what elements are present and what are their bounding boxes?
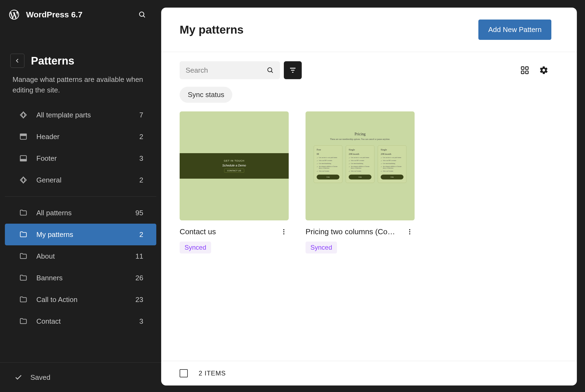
- nav-item-all-patterns[interactable]: All patterns 95: [5, 202, 156, 224]
- svg-rect-6: [521, 67, 524, 69]
- preview-bullet: Get merchandising: [349, 163, 371, 164]
- nav-label: My patterns: [36, 230, 139, 239]
- filter-chips: Sync status: [161, 79, 577, 103]
- nav-label: All patterns: [36, 209, 135, 217]
- settings-button[interactable]: [536, 63, 551, 78]
- preview-bullet: Join our RV's events: [317, 160, 339, 161]
- saved-label: Saved: [30, 373, 50, 382]
- select-all-checkbox[interactable]: [180, 369, 188, 377]
- preview-pricing-wrap: Pricing These are our membership options…: [314, 132, 406, 183]
- search-input[interactable]: [180, 61, 280, 79]
- nav-item-my-patterns[interactable]: My patterns 2: [5, 224, 156, 245]
- preview-plan-price: 0€: [317, 153, 339, 155]
- svg-point-15: [409, 233, 410, 234]
- section-title: Patterns: [31, 55, 74, 67]
- back-button[interactable]: [10, 54, 24, 68]
- pattern-card: GET IN TOUCH Schedule a Demo CONTACT US …: [180, 111, 289, 253]
- preview-bullet: An elegant addition of home decor collec…: [349, 166, 371, 169]
- preview-columns: Free 0€ Get access to our paid items Joi…: [314, 145, 406, 183]
- pattern-preview-contact[interactable]: GET IN TOUCH Schedule a Demo CONTACT US: [180, 111, 289, 220]
- nav-label: Header: [36, 133, 139, 141]
- sync-status-chip[interactable]: Sync status: [180, 87, 232, 103]
- nav-label: Call to Action: [36, 295, 135, 304]
- nav-count: 3: [139, 317, 143, 326]
- divider: [5, 196, 156, 197]
- preview-headline: Schedule a Demo: [222, 164, 246, 167]
- section-header: Patterns: [0, 27, 161, 74]
- nav-list: All template parts 7 Header 2 Footer 3 G…: [0, 104, 161, 362]
- sync-status-badge: Synced: [306, 242, 337, 253]
- svg-point-0: [139, 12, 144, 16]
- saved-indicator[interactable]: Saved: [0, 362, 161, 392]
- preview-join: Join: [381, 175, 403, 179]
- preview-plan-price: 20€/month: [381, 153, 403, 155]
- card-title[interactable]: Contact us: [180, 227, 216, 236]
- search-icon[interactable]: [265, 65, 275, 75]
- item-count: 2 ITEMS: [199, 369, 226, 377]
- preview-bullet: An elegant addition of home decor collec…: [317, 166, 339, 169]
- nav-label: Banners: [36, 274, 135, 282]
- card-actions-button[interactable]: [405, 227, 415, 237]
- svg-point-10: [283, 229, 284, 230]
- preview-heading: Pricing: [314, 132, 406, 136]
- search-wrap: [180, 61, 280, 79]
- nav-item-all-template-parts[interactable]: All template parts 7: [5, 104, 156, 126]
- layout-header-icon: [18, 131, 29, 142]
- svg-rect-7: [526, 67, 528, 69]
- nav-item-footer[interactable]: Footer 3: [5, 147, 156, 169]
- nav-item-contact[interactable]: Contact 3: [5, 310, 156, 332]
- page-title: My patterns: [180, 23, 244, 36]
- folder-icon: [18, 229, 29, 240]
- nav-item-call-to-action[interactable]: Call to Action 23: [5, 289, 156, 310]
- card-title[interactable]: Pricing two columns (Copy of original pa…: [306, 227, 395, 236]
- nav-count: 7: [139, 111, 143, 119]
- preview-bullet: Get access to our paid items: [349, 157, 371, 158]
- folder-icon: [18, 207, 29, 218]
- site-title: WordPress 6.7: [26, 10, 131, 19]
- global-search-icon[interactable]: [137, 9, 148, 20]
- nav-item-banners[interactable]: Banners 26: [5, 267, 156, 289]
- pattern-preview-pricing[interactable]: Pricing These are our membership options…: [306, 111, 415, 220]
- preview-join: Join: [317, 175, 339, 179]
- preview-bullet: Get access to our paid items: [317, 157, 339, 158]
- card-title-row: Pricing two columns (Copy of original pa…: [306, 227, 415, 237]
- grid-view-button[interactable]: [517, 63, 532, 78]
- svg-point-14: [409, 231, 410, 232]
- folder-icon: [18, 294, 29, 305]
- nav-count: 3: [139, 154, 143, 163]
- preview-col: Free 0€ Get access to our paid items Joi…: [314, 145, 342, 183]
- preview-bullet: Get merchandising: [317, 163, 339, 164]
- preview-bullet: Join our forums: [317, 170, 339, 172]
- toolbar: [161, 52, 577, 79]
- card-actions-button[interactable]: [279, 227, 289, 237]
- layout-footer-icon: [18, 153, 29, 164]
- add-new-pattern-button[interactable]: Add New Pattern: [478, 20, 551, 40]
- diamond-icon: [18, 110, 29, 120]
- card-title-row: Contact us: [180, 227, 289, 237]
- panel-header: My patterns Add New Pattern: [161, 8, 577, 52]
- panel-footer: 2 ITEMS: [161, 361, 577, 385]
- folder-icon: [18, 272, 29, 283]
- nav-label: Contact: [36, 317, 139, 326]
- nav-label: Footer: [36, 154, 139, 163]
- wordpress-logo-icon[interactable]: [8, 8, 21, 21]
- preview-bullet: Join our forums: [349, 170, 371, 172]
- svg-rect-8: [521, 71, 524, 74]
- nav-count: 11: [135, 252, 143, 261]
- preview-sub: These are our membership options. You ca…: [314, 138, 406, 140]
- svg-point-5: [268, 68, 272, 72]
- diamond-icon: [18, 175, 29, 185]
- preview-bullet: Join our RV's events: [349, 160, 371, 161]
- folder-icon: [18, 251, 29, 262]
- main-panel: My patterns Add New Pattern Sync status: [161, 8, 577, 385]
- preview-col: Single 20€/month Get access to our paid …: [378, 145, 406, 183]
- nav-item-about[interactable]: About 11: [5, 245, 156, 267]
- nav-count: 26: [135, 274, 143, 282]
- nav-item-general[interactable]: General 2: [5, 169, 156, 191]
- filter-button[interactable]: [284, 61, 302, 79]
- pattern-card: Pricing These are our membership options…: [306, 111, 415, 253]
- preview-cta: CONTACT US: [224, 169, 244, 173]
- check-icon: [13, 372, 24, 383]
- nav-count: 2: [139, 176, 143, 184]
- nav-item-header[interactable]: Header 2: [5, 126, 156, 147]
